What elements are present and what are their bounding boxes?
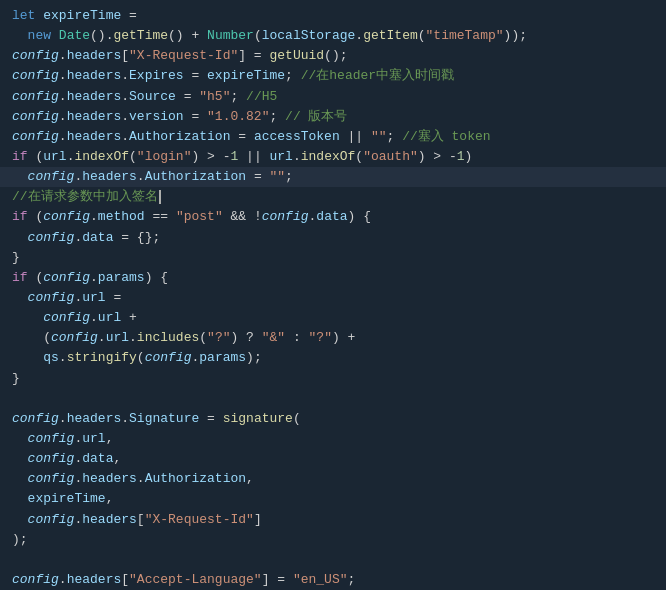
code-line: );: [0, 530, 666, 550]
code-line: config.headers.Authorization = "";: [0, 167, 666, 187]
code-line: }: [0, 248, 666, 268]
code-line: expireTime,: [0, 489, 666, 509]
code-line: config.headers.version = "1.0.82"; // 版本…: [0, 107, 666, 127]
code-line: [0, 389, 666, 409]
code-line: config.headers["X-Request-Id"]: [0, 510, 666, 530]
code-line: config.headers.Source = "h5"; //H5: [0, 87, 666, 107]
code-line: [0, 550, 666, 570]
code-line: config.data = {};: [0, 228, 666, 248]
code-line: config.headers.Signature = signature(: [0, 409, 666, 429]
code-line: (config.url.includes("?") ? "&" : "?") +: [0, 328, 666, 348]
text-cursor: [159, 190, 161, 204]
code-line: if (config.params) {: [0, 268, 666, 288]
code-line: config.headers["Accept-Language"] = "en_…: [0, 570, 666, 590]
code-line: new Date().getTime() + Number(localStora…: [0, 26, 666, 46]
code-line: config.url =: [0, 288, 666, 308]
code-line: config.url,: [0, 429, 666, 449]
code-line: config.headers.Expires = expireTime; //在…: [0, 66, 666, 86]
code-line: qs.stringify(config.params);: [0, 348, 666, 368]
code-line: config.url +: [0, 308, 666, 328]
code-line: config.data,: [0, 449, 666, 469]
code-line: let expireTime =: [0, 6, 666, 26]
code-line: config.headers.Authorization = accessTok…: [0, 127, 666, 147]
code-line: config.headers.Authorization,: [0, 469, 666, 489]
code-line: //在请求参数中加入签名: [0, 187, 666, 207]
code-editor[interactable]: let expireTime = new Date().getTime() + …: [0, 0, 666, 590]
code-line: if (url.indexOf("login") > -1 || url.ind…: [0, 147, 666, 167]
code-line: }: [0, 369, 666, 389]
code-line: if (config.method == "post" && !config.d…: [0, 207, 666, 227]
code-line: config.headers["X-Request-Id"] = getUuid…: [0, 46, 666, 66]
